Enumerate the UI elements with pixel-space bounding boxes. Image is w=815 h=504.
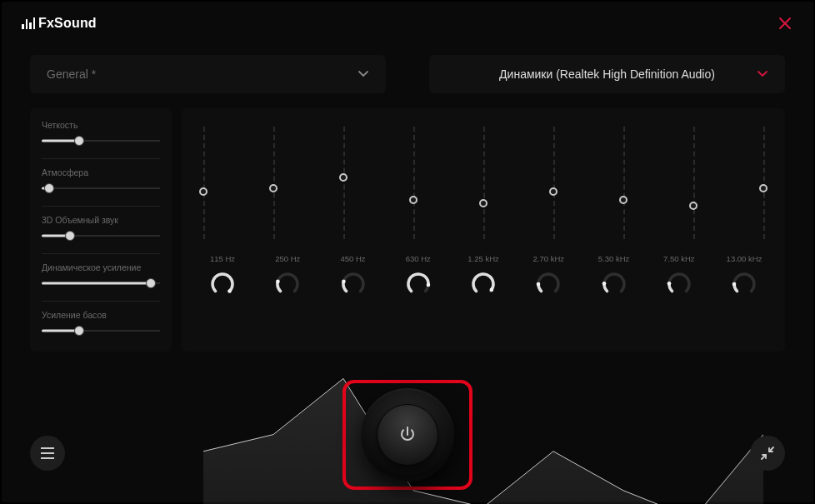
logo-bars-icon (22, 17, 35, 29)
eq-gridline (693, 127, 695, 239)
eq-node[interactable] (409, 196, 418, 204)
slider-thumb[interactable] (146, 278, 156, 288)
svg-point-7 (602, 282, 606, 286)
slider-track[interactable] (42, 135, 160, 147)
effect-slider[interactable]: Атмосфера (42, 167, 160, 194)
slider-thumb[interactable] (74, 136, 84, 146)
app-logo: FxSound (22, 16, 97, 31)
svg-point-6 (537, 282, 541, 287)
slider-track[interactable] (42, 277, 160, 289)
chevron-down-icon (757, 70, 768, 78)
app-window: FxSound General * Динамики (Realtek High… (2, 2, 813, 502)
slider-thumb[interactable] (74, 326, 84, 336)
eq-gain-knob[interactable] (536, 272, 561, 297)
eq-gridline (553, 127, 555, 239)
bottom-row (2, 381, 813, 489)
collapse-button[interactable] (750, 436, 785, 471)
collapse-icon (761, 447, 774, 460)
eq-node[interactable] (619, 196, 628, 204)
effect-slider[interactable]: Четкость (42, 120, 160, 147)
content-area: General * Динамики (Realtek High Definit… (2, 40, 813, 352)
preset-label: General * (47, 67, 96, 81)
eq-node[interactable] (759, 184, 768, 192)
menu-button[interactable] (30, 436, 65, 471)
svg-point-8 (667, 282, 671, 286)
eq-gridline (623, 127, 625, 239)
eq-node[interactable] (689, 202, 698, 210)
svg-point-9 (732, 282, 737, 287)
eq-node[interactable] (269, 184, 278, 192)
effect-slider[interactable]: Усиление басов (42, 310, 160, 337)
eq-gain-knob[interactable] (667, 272, 692, 297)
eq-gridline (273, 127, 275, 239)
slider-track[interactable] (42, 182, 160, 194)
output-device-dropdown[interactable]: Динамики (Realtek High Definition Audio) (429, 55, 785, 93)
eq-graph[interactable] (203, 127, 763, 239)
equalizer-panel: 115 Hz250 Hz450 Hz630 Hz1.25 kHz2.70 kHz… (182, 108, 785, 352)
eq-gain-knob[interactable] (341, 272, 366, 297)
power-button-inner (377, 404, 438, 466)
preset-dropdown[interactable]: General * (30, 55, 386, 93)
effect-slider[interactable]: Динамическое усиление (42, 262, 160, 289)
top-row: General * Динамики (Realtek High Definit… (30, 55, 785, 93)
slider-track[interactable] (42, 230, 160, 242)
slider-thumb[interactable] (44, 183, 54, 193)
effects-panel: ЧеткостьАтмосфера3D Объемный звукДинамич… (30, 108, 172, 352)
power-button[interactable] (361, 388, 454, 482)
svg-point-5 (490, 288, 494, 292)
slider-label: 3D Объемный звук (42, 215, 160, 225)
chevron-down-icon (358, 70, 369, 78)
eq-gridline (343, 127, 345, 239)
eq-node[interactable] (549, 187, 558, 196)
eq-gridline (483, 127, 485, 239)
power-icon (398, 425, 418, 445)
power-area (361, 388, 454, 482)
eq-gain-knob[interactable] (406, 272, 431, 297)
svg-point-1 (228, 289, 232, 293)
eq-gridline (763, 127, 765, 239)
effect-slider[interactable]: 3D Объемный звук (42, 215, 160, 242)
hamburger-icon (41, 447, 54, 459)
svg-point-3 (342, 280, 346, 284)
close-icon (778, 17, 792, 30)
svg-point-2 (276, 280, 280, 284)
eq-gain-knob[interactable] (210, 272, 235, 297)
eq-node[interactable] (339, 173, 348, 182)
app-name: FxSound (38, 16, 97, 31)
slider-label: Усиление басов (42, 310, 160, 320)
close-button[interactable] (775, 13, 795, 33)
svg-point-4 (426, 283, 430, 287)
eq-gridline (413, 127, 415, 239)
eq-gain-knob[interactable] (732, 272, 757, 297)
slider-track[interactable] (42, 325, 160, 337)
device-label: Динамики (Realtek High Definition Audio) (499, 67, 715, 81)
eq-gain-knob[interactable] (602, 272, 627, 297)
eq-gain-knob[interactable] (275, 272, 300, 297)
eq-gain-knob[interactable] (471, 272, 496, 297)
titlebar: FxSound (2, 2, 813, 40)
slider-thumb[interactable] (65, 231, 75, 241)
slider-label: Четкость (42, 120, 160, 130)
slider-label: Атмосфера (42, 167, 160, 177)
slider-label: Динамическое усиление (42, 262, 160, 272)
eq-node[interactable] (479, 199, 488, 207)
eq-node[interactable] (199, 187, 208, 196)
mid-row: ЧеткостьАтмосфера3D Объемный звукДинамич… (30, 108, 785, 352)
eq-gridline (203, 127, 205, 239)
